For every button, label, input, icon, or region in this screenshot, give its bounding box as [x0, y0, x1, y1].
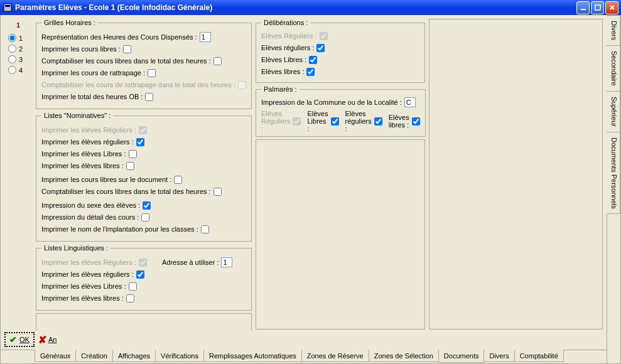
tab-zones-de-s-lection[interactable]: Zones de Sélection	[369, 350, 439, 362]
nom-imp-cours-libres-doc-check[interactable]	[174, 176, 182, 184]
nom-imp-libres-cap-label: Imprimer les élèves Libres :	[41, 150, 126, 158]
delib-libres-cap-label: Elèves Libres :	[261, 56, 306, 63]
school-radio-4[interactable]: 4	[8, 66, 32, 74]
side-tab-sup-rieur[interactable]: Supérieur	[607, 91, 620, 132]
tab-cr-ation[interactable]: Création	[75, 350, 113, 362]
delib-reg-d-label: Elèves Réguliers :	[261, 32, 317, 40]
tab-documents[interactable]: Documents	[438, 349, 485, 363]
nom-imp-reg-d-label: Imprimer les élèves Réguliers :	[41, 126, 136, 134]
palm-libres-label: Elèves libres :	[389, 114, 409, 129]
imp-cours-libres-label: Imprimer les cours libres :	[41, 45, 121, 53]
grilles-legend: Grilles Horaires :	[41, 19, 98, 26]
maximize-button[interactable]	[591, 1, 604, 14]
svg-rect-0	[4, 4, 11, 11]
palmares-legend: Palmarès :	[261, 85, 300, 93]
nom-imp-reg-check[interactable]	[136, 138, 144, 146]
tab-affichages[interactable]: Affichages	[112, 350, 156, 362]
palm-reg-d-label: Elèves Réguliers :	[261, 110, 290, 132]
svg-rect-2	[581, 9, 586, 10]
tab-zones-de-r-serve[interactable]: Zones de Réserve	[301, 350, 369, 362]
palm-commune-label: Impression de la Commune ou de la Locali…	[261, 99, 402, 106]
window-controls	[576, 1, 618, 14]
palm-reg-label: Elèves réguliers :	[345, 110, 372, 132]
ling-imp-reg-d-label: Imprimer les élèves Réguliers :	[41, 259, 136, 266]
imp-rattrapage-check[interactable]	[148, 69, 156, 77]
palm-libres-cap-check[interactable]	[331, 117, 339, 126]
listes-linguistiques-group: Listes Linguistiques : Imprimer les élèv…	[36, 244, 252, 311]
tab-divers[interactable]: Divers	[483, 350, 514, 362]
repr-heures-label: Représentation des Heures des Cours Disp…	[41, 33, 197, 41]
nom-impr-detail-check[interactable]	[141, 213, 149, 222]
side-tab-secondaire[interactable]: Secondaire	[606, 45, 620, 92]
empty-panel-2	[256, 139, 425, 329]
repr-heures-input[interactable]	[200, 32, 211, 42]
window-title: Paramètres Elèves - Ecole 1 (Ecole Infod…	[15, 3, 576, 12]
imp-rattrapage-label: Imprimer les cours de rattrapage :	[41, 69, 145, 77]
palm-reg-d-check	[293, 117, 301, 126]
tab-v-rifications[interactable]: Vérifications	[155, 350, 204, 362]
nom-imp-reg-d-check	[139, 126, 147, 134]
school-heading: 1	[4, 21, 32, 29]
nom-imp-libres-check[interactable]	[126, 162, 134, 170]
ling-addr-label: Adresse à utiliser :	[162, 259, 219, 266]
ling-imp-libres-cap-label: Imprimer les élèves Libres :	[41, 282, 126, 290]
imp-total-ob-label: Imprimer le total des heures OB :	[41, 93, 143, 100]
bottom-tabs: GénérauxCréationAffichagesVérificationsR…	[1, 350, 607, 363]
empty-panel-3	[429, 19, 603, 329]
grilles-horaires-group: Grilles Horaires : Représentation des He…	[36, 19, 252, 109]
delib-reg-d-check	[320, 32, 328, 40]
ling-imp-libres-label: Imprimer les élèves libres :	[41, 294, 124, 302]
nom-imp-cours-libres-doc-label: Imprimer les cours libres sur le documen…	[41, 176, 171, 183]
svg-rect-1	[5, 5, 10, 7]
nom-compta-libres-total-label: Comptabiliser les cours libres dans le t…	[41, 188, 211, 195]
side-tab-divers[interactable]: Divers	[607, 15, 620, 46]
ling-imp-libres-cap-check[interactable]	[129, 282, 137, 291]
ok-button[interactable]: ✔OK	[4, 332, 35, 347]
empty-panel-1	[36, 313, 252, 331]
school-radio-1[interactable]: 1	[8, 34, 32, 42]
deliberations-group: Délibérations : Elèves Réguliers : Elève…	[256, 19, 425, 83]
imp-cours-libres-check[interactable]	[123, 45, 131, 53]
nom-impr-implant-label: Imprimer le nom de l'implantation pour l…	[41, 225, 198, 233]
palm-reg-check[interactable]	[374, 117, 382, 126]
side-tab-documents-personnels[interactable]: Documents Personnels	[607, 132, 620, 215]
app-icon	[3, 3, 13, 13]
nom-compta-libres-total-check[interactable]	[213, 188, 222, 196]
delib-libres-cap-check[interactable]	[309, 56, 317, 64]
delib-reg-label: Elèves réguliers :	[261, 44, 314, 51]
delib-libres-check[interactable]	[306, 68, 315, 76]
delib-legend: Délibérations :	[261, 19, 310, 26]
minimize-button[interactable]	[576, 1, 590, 14]
listes-nominatives-group: Listes "Nominatives" : Imprimer les élèv…	[36, 112, 252, 242]
check-icon: ✔	[9, 335, 17, 345]
cancel-button[interactable]: ✘An	[38, 334, 57, 346]
palmares-group: Palmarès : Impression de la Commune ou d…	[256, 85, 426, 137]
ling-addr-input[interactable]	[221, 257, 232, 267]
nom-impr-implant-check[interactable]	[201, 225, 209, 233]
ling-imp-libres-check[interactable]	[126, 294, 134, 302]
school-radio-2[interactable]: 2	[8, 45, 32, 53]
palm-libres-check[interactable]	[412, 117, 420, 126]
nom-impr-sexe-check[interactable]	[143, 201, 151, 210]
nom-imp-libres-cap-check[interactable]	[129, 150, 137, 158]
compta-rattrapage-total-label: Comptabiliser les cours de rattrapage da…	[41, 81, 235, 88]
tab-remplissages-automatiques[interactable]: Remplissages Automatiques	[203, 350, 302, 362]
palm-libres-cap-label: Elèves Libres :	[307, 110, 328, 132]
imp-total-ob-check[interactable]	[145, 93, 153, 101]
tab-comptabilit-[interactable]: Comptabilité	[514, 350, 564, 362]
side-tabs: DiversSecondaireSupérieurDocuments Perso…	[607, 15, 620, 363]
ling-imp-reg-check[interactable]	[136, 270, 144, 279]
palm-commune-input[interactable]	[404, 97, 416, 107]
compta-libres-total-check[interactable]	[213, 57, 222, 65]
tab-g-n-raux[interactable]: Généraux	[35, 350, 76, 362]
close-button[interactable]	[605, 1, 618, 14]
x-icon: ✘	[38, 334, 46, 346]
school-radio-3[interactable]: 3	[8, 55, 32, 63]
ling-legend: Listes Linguistiques :	[41, 244, 111, 252]
nom-imp-libres-label: Imprimer les élèves libres :	[41, 162, 124, 169]
ling-imp-reg-d-check	[139, 259, 147, 267]
nom-impr-detail-label: Impression du détail des cours :	[41, 213, 139, 221]
delib-reg-check[interactable]	[316, 44, 325, 52]
ling-imp-reg-label: Imprimer les élèves réguliers :	[41, 270, 134, 278]
svg-rect-3	[595, 5, 600, 10]
